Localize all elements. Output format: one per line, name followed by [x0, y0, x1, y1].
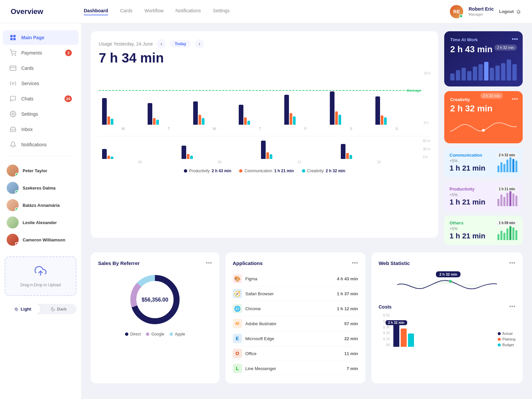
sales-menu-button[interactable]: ••• [206, 260, 212, 267]
today-btn[interactable]: Today [170, 40, 191, 48]
webstat-line-chart: 2 h 32 min [379, 271, 515, 298]
nav-cards[interactable]: Cards [120, 8, 132, 15]
legend-apple: Apple [170, 332, 185, 336]
costs-header: Costs ••• [379, 303, 515, 310]
bar-creativity [247, 121, 250, 125]
next-btn[interactable]: › [195, 39, 204, 49]
apps-menu-button[interactable]: ••• [352, 260, 358, 267]
comm-tooltip: 2 h 32 min [496, 153, 517, 158]
time-bar [266, 152, 269, 159]
time-at-work-card: ••• Time At Work 2 h 43 min 2 h 32 min [444, 31, 523, 86]
chart-day-labels: M T W T F S S [99, 125, 421, 131]
others-pct: +5% [450, 226, 485, 231]
svg-rect-0 [10, 35, 13, 37]
moon-icon [51, 307, 55, 312]
sidebar-item-mainpage[interactable]: Main Page [3, 30, 78, 45]
sidebar-item-chats[interactable]: Chats 24 [3, 91, 78, 106]
nav-workflow[interactable]: Workflow [144, 8, 163, 15]
bar-productivity [239, 105, 243, 125]
contact-item[interactable]: Szekeres Dalma [0, 179, 81, 197]
creativity-time: 2 h 32 min [450, 103, 517, 114]
svg-point-5 [15, 55, 16, 56]
bar-communication [153, 118, 156, 125]
avg-label: Average [407, 88, 421, 92]
time-bar [261, 141, 266, 159]
costs-y-axis: $ 5K $ 4K $ 3K $ 2K $ 1K $0 [379, 314, 390, 347]
day-label: F [284, 127, 327, 131]
time-label: 06 [182, 160, 258, 164]
app-row-figma: 🎨 Figma 4 h 43 min [233, 271, 358, 286]
app-row-chrome: 🌐 Chrome 1 h 12 min [233, 301, 358, 316]
time-label: 00 [102, 160, 178, 164]
bar-productivity [148, 103, 152, 125]
apps-header: Applications ••• [233, 260, 358, 267]
bar-productivity [330, 91, 334, 125]
chart-bars [99, 71, 421, 125]
sun-icon [14, 307, 19, 312]
time-label: 12 [261, 160, 337, 164]
creativity-menu-button[interactable]: ••• [512, 96, 518, 103]
sidebar-item-notifications[interactable]: Notifications [3, 137, 78, 152]
prev-btn[interactable]: ‹ [157, 39, 166, 49]
y2-label: 0 h [423, 155, 430, 159]
settings-icon [515, 9, 521, 15]
bar-productivity [102, 98, 107, 125]
contact-status [15, 190, 18, 194]
taw-menu-button[interactable]: ••• [512, 36, 518, 43]
taw-chart [450, 57, 517, 80]
safari-icon: 🧭 [233, 289, 242, 298]
bar-creativity [202, 118, 204, 125]
comm-pct: +5% [450, 159, 485, 163]
contact-name: Cameron Williamson [23, 237, 65, 242]
day-label: W [193, 127, 235, 131]
applications-card: Applications ••• 🎨 Figma 4 h 43 min 🧭 Sa… [225, 252, 365, 383]
office-icon: O [233, 349, 242, 358]
prod-tooltip: 1 h 11 min [496, 187, 517, 192]
dark-mode-button[interactable]: Dark [41, 304, 76, 314]
contact-item[interactable]: Cameron Williamson [0, 231, 81, 248]
costs-legend: Actual Plaining Budget [498, 332, 515, 347]
app-row-illustrator: Ai Adobe illustrator 57 min [233, 316, 358, 331]
bar-productivity [284, 95, 289, 125]
svg-point-18 [482, 129, 485, 132]
time-bar [111, 157, 113, 159]
contact-name: Leslie Alexander [23, 220, 57, 225]
upload-box[interactable]: Drag-n-Drop to Upload [5, 256, 76, 296]
contact-item[interactable]: Leslie Alexander [0, 214, 81, 231]
sales-card: Sales By Referrer ••• $56,356.00 [91, 252, 219, 383]
webstat-menu-button[interactable]: ••• [509, 260, 515, 267]
contacts-list: Peter Taylor Szekeres Dalma Balázs Annam… [0, 159, 81, 251]
svg-point-9 [12, 113, 14, 115]
costs-menu-button[interactable]: ••• [509, 303, 515, 310]
bar-creativity [338, 115, 341, 125]
contact-item[interactable]: Peter Taylor [0, 162, 81, 179]
bar-group [148, 103, 190, 125]
sidebar-item-payments[interactable]: Payments 2 [3, 46, 78, 60]
y-label: 0 h [424, 121, 430, 125]
app-row-line: L Line Messenger 7 min [233, 361, 358, 376]
legend-dot [184, 169, 187, 173]
app-row-office: O Office 11 min [233, 346, 358, 361]
app-row-edge: E Microsoft Edge 22 min [233, 331, 358, 346]
nav-notifications[interactable]: Notifications [176, 8, 201, 15]
cart-icon [9, 49, 17, 57]
logout-button[interactable]: Logout [499, 9, 521, 15]
sidebar-item-services[interactable]: Services [3, 76, 78, 91]
creativity-chart [450, 116, 517, 136]
sidebar-item-settings[interactable]: Settings [3, 107, 78, 121]
webstat-card: Web Statistic ••• 2 h 32 min [371, 252, 523, 383]
contact-name: Balázs Annamária [23, 203, 60, 208]
grid-icon [9, 34, 17, 41]
sidebar-divider [7, 156, 74, 156]
light-mode-button[interactable]: Light [5, 304, 41, 314]
nav-settings[interactable]: Settings [213, 8, 230, 15]
sidebar-item-cards[interactable]: Cards [3, 61, 78, 75]
nav-dashboard[interactable]: Dashboard [84, 8, 108, 15]
costs-section: Costs ••• $ 5K $ 4K $ 3K $ 2K $ 1K $0 [379, 303, 515, 347]
costs-legend-budget: Budget [498, 343, 515, 347]
contact-item[interactable]: Balázs Annamária [0, 197, 81, 214]
costs-legend-plaining: Plaining [498, 337, 515, 341]
sidebar-item-inbox[interactable]: Inbox [3, 122, 78, 137]
bar-creativity [111, 119, 113, 125]
creativity-tooltip: 2 h 32 min [480, 93, 503, 99]
